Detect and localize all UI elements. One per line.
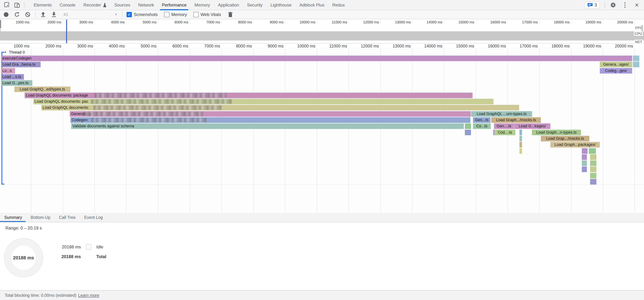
flamechart[interactable]: ▼ Thread 0 executeCodegenLoad Gra...hema… [0,48,644,213]
flame-bar[interactable] [590,160,596,166]
flame-bar[interactable]: Load GraphQL documents: package [24,93,472,98]
profile-select[interactable]: #1 ▼ [62,12,118,17]
checkbox-screenshots[interactable]: ✓Screenshots [126,12,158,17]
tab-lighthouse[interactable]: Lighthouse [266,0,296,10]
tab-sources[interactable]: Sources [110,0,134,10]
flame-bar[interactable] [582,148,588,154]
unchecked-checkbox-icon[interactable] [164,12,170,17]
flame-bar[interactable]: Load GraphQ...ed/types.ts [14,87,70,92]
load-profile-icon[interactable] [40,11,46,18]
tab-network[interactable]: Network [134,0,158,10]
flame-bar[interactable]: Co...ts [473,123,491,129]
flame-bar[interactable] [520,142,522,147]
flame-bar[interactable] [465,130,471,135]
disclosure-triangle-icon[interactable]: ▼ [4,51,7,54]
flame-bar[interactable] [590,173,596,178]
close-devtools-icon[interactable]: × [633,2,640,9]
flame-row: Load G...pes.ts [0,80,644,86]
tab-call-tree[interactable]: Call Tree [54,213,80,222]
message-bubble-icon [588,3,593,8]
flame-bar[interactable]: Genera...ages/ [600,62,632,67]
tab-bottom-up[interactable]: Bottom-Up [26,213,54,222]
flame-bar[interactable]: Load GraphQL documents: pac [33,99,494,104]
checkbox-web-vitals[interactable]: Web Vitals [193,12,221,17]
flame-bar[interactable]: Load G...kages/ [514,123,550,129]
settings-gear-icon[interactable] [610,2,617,9]
trash-icon[interactable] [227,11,234,18]
flame-bar[interactable] [590,154,596,160]
flame-bar[interactable]: Lo...s [1,68,15,74]
tab-security[interactable]: Security [243,0,266,10]
overview-scrollbar[interactable] [642,25,643,32]
more-options-kebab-icon[interactable] [621,2,628,9]
checked-checkbox-icon[interactable]: ✓ [126,12,132,17]
tab-performance[interactable]: Performance [158,0,190,10]
tab-label: Elements [34,3,52,8]
flame-bar[interactable]: Gen...ts [473,117,490,123]
flame-bar[interactable] [589,148,596,154]
issues-badge[interactable]: 3 [584,2,600,9]
flame-bar[interactable] [582,160,587,166]
flame-bar[interactable]: Load Graph...n-types.ts [532,130,581,135]
legend-swatch [86,244,91,250]
tab-redux[interactable]: Redux [328,0,348,10]
tab-summary[interactable]: Summary [0,213,26,222]
flame-bar[interactable]: Gen....ts [494,123,514,129]
flame-bar[interactable] [520,136,522,141]
checkbox-memory[interactable]: Memory [164,12,187,17]
devtools-right-icons: 3 × [584,0,644,10]
save-profile-icon[interactable] [51,11,57,18]
flame-bar[interactable] [520,130,522,135]
flame-bar[interactable] [633,62,639,67]
tab-application[interactable]: Application [214,0,243,10]
clear-recording-icon[interactable] [24,11,31,18]
cpu-strip [0,32,644,41]
flame-bar[interactable]: Codegen: [70,117,470,123]
flame-bar[interactable]: Load Gra...hema.ts [1,62,40,67]
overview-window-handle[interactable] [0,29,1,40]
device-toolbar-icon[interactable] [14,2,20,8]
tab-console[interactable]: Console [56,0,80,10]
thread-header[interactable]: ▼ Thread 0 [4,50,25,55]
flame-bar[interactable]: Load Graph.../mocks.ts [491,117,541,123]
tab-memory[interactable]: Memory [190,0,214,10]
reload-and-record-button[interactable] [14,11,20,18]
flame-bar[interactable]: executeCodegen [1,56,632,61]
ruler-tick-label: 7000 ms [206,20,222,24]
flame-row: Lo...sCodeg...ges/ [0,68,644,74]
flame-bar[interactable]: Load Grap.../mocks.ts [541,136,590,141]
flame-bar[interactable] [590,179,596,185]
learn-more-link[interactable]: Learn more [78,293,99,298]
timeline-overview[interactable]: 1000 ms2000 ms3000 ms4000 ms5000 ms6000 … [0,20,644,44]
tab-recorder[interactable]: Recorder [80,0,110,10]
details-tabbar: SummaryBottom-UpCall TreeEvent Log [0,213,644,222]
flame-bar[interactable]: Validate documents against schema [71,123,464,129]
flame-bar[interactable]: Load Graph...packages/ [550,142,600,147]
ruler-tick-label: 1000 ms [14,44,31,49]
flame-bar[interactable] [590,167,596,172]
flame-bar[interactable]: Load G...pes.ts [1,80,32,86]
redacted-text [83,112,204,116]
flame-bar[interactable] [520,148,522,154]
overview-window-handle[interactable] [0,20,1,28]
legend-label: Total [96,254,106,259]
ruler-tick-label: 4000 ms [109,44,126,49]
flame-bar[interactable]: Cod....ts [494,130,515,135]
flame-bar[interactable]: Load ...s.ts [1,74,24,80]
flame-bar[interactable]: Codeg...ges/ [600,68,632,74]
flame-row: Cod....tsLoad Graph...n-types.ts [0,130,644,135]
tab-elements[interactable]: Elements [30,0,56,10]
flame-bar[interactable]: Generate: p [70,111,471,117]
flame-bar[interactable]: Load GraphQL ...urn-types.ts [471,111,532,117]
flame-bar[interactable] [633,56,639,61]
tab-adblock-plus[interactable]: Adblock Plus [296,0,328,10]
record-button[interactable] [3,11,9,18]
flame-bar[interactable] [582,154,587,160]
tab-label: Memory [194,3,210,8]
flame-bar[interactable] [465,123,471,129]
flame-bar[interactable] [582,167,587,172]
inspect-element-icon[interactable] [4,2,10,8]
unchecked-checkbox-icon[interactable] [193,12,199,17]
flame-bar[interactable]: Load GraphQL documents: [41,105,519,110]
tab-event-log[interactable]: Event Log [80,213,107,222]
